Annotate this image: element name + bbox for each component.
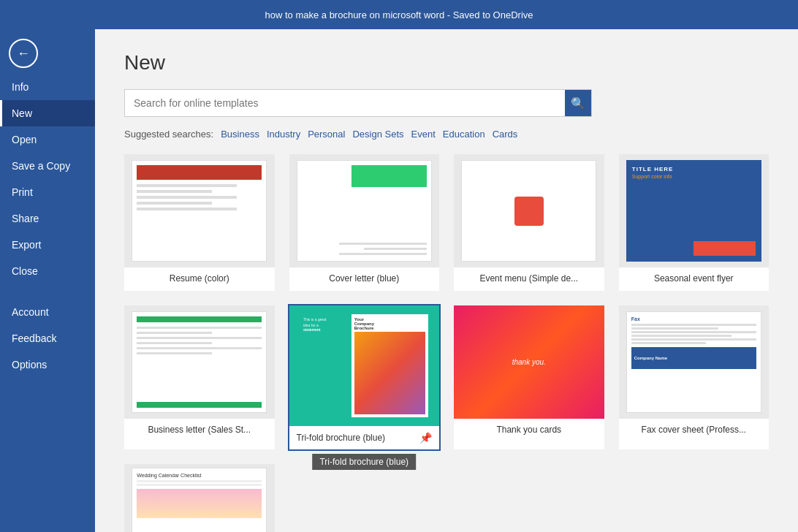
template-business-letter[interactable]: Business letter (Sales St... <box>124 305 275 449</box>
brochure-tooltip: Tri-fold brochure (blue) <box>312 454 416 470</box>
template-trifold-brochure[interactable]: This is a great idea for a statement You… <box>289 305 440 449</box>
template-event-menu[interactable]: Event menu (Simple de... <box>454 154 604 291</box>
template-fax-cover[interactable]: Fax Company Name Fax cover sheet (Profes… <box>619 305 770 449</box>
page-title: New <box>124 51 769 75</box>
sidebar-item-open[interactable]: Open <box>0 126 95 153</box>
template-label: Event menu (Simple de... <box>454 267 604 291</box>
search-input[interactable] <box>125 91 565 115</box>
sidebar: ← Info New Open Save a Copy Print Share … <box>0 29 95 532</box>
template-thumbnail: This is a great idea for a statement You… <box>289 305 440 426</box>
templates-grid: Resume (color) Cover letter (blue) <box>124 154 769 532</box>
sidebar-item-feedback[interactable]: Feedback <box>0 325 95 352</box>
template-label: Tri-fold brochure (blue) 📌 <box>289 426 440 449</box>
template-resume-color[interactable]: Resume (color) <box>124 154 275 291</box>
template-thumbnail: thank you. <box>454 305 604 419</box>
template-seasonal-flyer[interactable]: TITLE HERE Support color info Seasonal e… <box>619 154 770 291</box>
template-label: Resume (color) <box>124 267 275 291</box>
template-label: Seasonal event flyer <box>619 267 770 291</box>
tag-event[interactable]: Event <box>411 129 436 140</box>
back-icon: ← <box>17 46 30 61</box>
sidebar-item-info[interactable]: Info <box>0 74 95 100</box>
tag-design-sets[interactable]: Design Sets <box>352 129 403 140</box>
template-thumbnail: TITLE HERE Support color info <box>619 154 770 267</box>
suggested-searches: Suggested searches: Business Industry Pe… <box>124 129 769 140</box>
template-thumbnail <box>289 154 440 267</box>
template-thumbnail <box>124 154 275 267</box>
pin-icon: 📌 <box>419 432 432 444</box>
sidebar-item-export[interactable]: Export <box>0 232 95 258</box>
tag-education[interactable]: Education <box>443 129 485 140</box>
sidebar-divider <box>0 284 95 299</box>
sidebar-item-account[interactable]: Account <box>0 299 95 325</box>
sidebar-item-save-copy[interactable]: Save a Copy <box>0 153 95 179</box>
sidebar-item-share[interactable]: Share <box>0 205 95 232</box>
template-label: Business letter (Sales St... <box>124 419 275 442</box>
template-cover-letter-blue[interactable]: Cover letter (blue) <box>289 154 440 291</box>
template-label: Thank you cards <box>454 419 604 442</box>
main-content: New 🔍 Suggested searches: Business Indus… <box>95 29 798 532</box>
template-thumbnail: Wedding Calendar Checklist <box>124 464 275 532</box>
template-label: Cover letter (blue) <box>289 267 440 291</box>
tag-business[interactable]: Business <box>221 129 259 140</box>
back-button[interactable]: ← <box>9 39 38 68</box>
template-thumbnail <box>124 305 275 419</box>
tag-cards[interactable]: Cards <box>493 129 518 140</box>
sidebar-item-new[interactable]: New <box>0 100 95 126</box>
search-bar: 🔍 <box>124 89 592 117</box>
search-button[interactable]: 🔍 <box>565 90 591 116</box>
search-icon: 🔍 <box>571 96 585 110</box>
template-thumbnail: Fax Company Name <box>619 305 770 419</box>
suggested-label: Suggested searches: <box>124 129 213 140</box>
sidebar-item-options[interactable]: Options <box>0 352 95 378</box>
template-label: Fax cover sheet (Profess... <box>619 419 770 442</box>
tag-personal[interactable]: Personal <box>308 129 345 140</box>
template-wedding-calendar[interactable]: Wedding Calendar Checklist <box>124 464 275 532</box>
sidebar-item-close[interactable]: Close <box>0 258 95 284</box>
document-title: how to make a brochure on microsoft word… <box>265 10 533 20</box>
template-thumbnail <box>454 154 604 267</box>
sidebar-item-print[interactable]: Print <box>0 179 95 205</box>
tag-industry[interactable]: Industry <box>267 129 300 140</box>
title-bar: how to make a brochure on microsoft word… <box>0 0 798 29</box>
template-thank-you-cards[interactable]: thank you. Thank you cards <box>454 305 604 449</box>
